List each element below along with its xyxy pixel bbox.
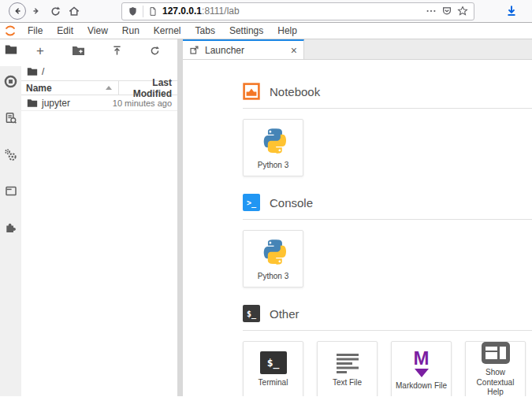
file-browser-panel: + / Name Last Modifie [21, 39, 177, 396]
reload-button[interactable] [46, 2, 65, 20]
section-divider [243, 330, 532, 331]
section-title: Notebook [270, 85, 320, 98]
back-icon [9, 2, 26, 20]
launcher-card-terminal[interactable]: $_ Terminal [243, 341, 303, 396]
tab-close-icon[interactable]: × [291, 45, 297, 56]
back-button[interactable] [8, 2, 27, 20]
open-tabs-icon[interactable] [5, 185, 17, 197]
folder-icon [27, 98, 38, 108]
new-launcher-button[interactable]: + [32, 43, 48, 59]
section-divider [243, 219, 532, 220]
launcher-section-console: >_ Console Python 3 [243, 193, 532, 288]
card-label: Python 3 [256, 272, 290, 282]
page-actions-icon[interactable] [426, 6, 437, 17]
plus-icon: + [36, 44, 44, 58]
python-logo [258, 125, 289, 157]
activity-bar-items [0, 66, 21, 396]
dock-tab-bar: Launcher × [183, 39, 532, 60]
card-label: Show Contextual Help [466, 368, 525, 396]
name-column-label: Name [26, 83, 52, 94]
tab-launcher[interactable]: Launcher × [183, 39, 304, 59]
upload-icon [111, 45, 123, 57]
urlbar-separator [143, 6, 143, 17]
card-label: Python 3 [256, 161, 290, 171]
launcher-card-console-python3[interactable]: Python 3 [243, 230, 303, 288]
launcher-icon [189, 45, 199, 55]
url-bar[interactable]: 127.0.0.1:8111/lab [121, 2, 474, 20]
extension-manager-icon[interactable] [4, 221, 17, 234]
menu-tabs[interactable]: Tabs [188, 25, 222, 36]
folder-icon [5, 44, 17, 55]
contextual-help-icon [482, 342, 510, 364]
new-folder-button[interactable] [71, 43, 87, 59]
console-icon: >_ [243, 194, 260, 211]
page-icon [148, 6, 158, 17]
launcher-section-notebook: Notebook Python 3 [243, 82, 532, 176]
launcher-card-text-file[interactable]: Text File [317, 341, 378, 396]
notebook-icon [243, 83, 260, 100]
card-label: Terminal [257, 378, 290, 388]
sort-ascending-icon [106, 86, 112, 90]
file-row-jupyter[interactable]: jupyter 10 minutes ago [21, 95, 177, 111]
folder-icon [27, 67, 38, 76]
menu-settings[interactable]: Settings [222, 25, 270, 36]
browser-toolbar: 127.0.0.1:8111/lab [0, 0, 532, 23]
launcher-card-show-contextual-help[interactable]: Show Contextual Help [465, 341, 526, 396]
download-icon [505, 5, 518, 17]
column-header-name[interactable]: Name [21, 81, 119, 95]
forward-icon [31, 6, 42, 17]
new-folder-icon [72, 45, 85, 57]
downloads-button[interactable] [502, 2, 521, 20]
markdown-icon: M [414, 349, 430, 377]
markdown-down-arrow [415, 369, 429, 377]
card-label: Text File [331, 378, 363, 388]
sidebar-item-file-browser[interactable] [0, 39, 21, 66]
menu-kernel[interactable]: Kernel [147, 25, 188, 36]
forward-button[interactable] [27, 2, 46, 20]
tab-label: Launcher [205, 45, 285, 56]
terminal-icon: $_ [260, 351, 287, 374]
upload-button[interactable] [109, 43, 125, 59]
home-button[interactable] [65, 2, 84, 20]
launcher-card-markdown-file[interactable]: M Markdown File [391, 341, 452, 396]
url-path: :8111/lab [202, 6, 240, 17]
launcher-card-notebook-python3[interactable]: Python 3 [243, 119, 303, 176]
browser-window: 127.0.0.1:8111/lab File Edit View Run Ke… [0, 0, 532, 397]
panel-resize-handle[interactable] [177, 39, 183, 396]
jupyterlab-menubar: File Edit View Run Kernel Tabs Settings … [0, 23, 532, 39]
card-label: Markdown File [394, 381, 448, 391]
tracking-shield-icon [128, 6, 138, 17]
section-divider [243, 108, 532, 109]
card-row: $_ Terminal Text File [243, 341, 532, 396]
section-header: Notebook [243, 82, 532, 101]
home-icon [68, 5, 80, 17]
breadcrumb-root[interactable]: / [42, 66, 44, 77]
main-dock-panel: Launcher × Notebook [183, 39, 532, 396]
menu-edit[interactable]: Edit [50, 25, 80, 36]
refresh-icon [149, 45, 161, 57]
activity-bar [0, 39, 21, 396]
text-file-icon [335, 352, 360, 374]
bookmark-star-icon[interactable] [457, 6, 468, 17]
markdown-m-letter: M [414, 349, 430, 368]
section-title: Console [270, 196, 313, 210]
url-host: 127.0.0.1 [162, 6, 202, 17]
section-title: Other [270, 307, 299, 321]
command-palette-icon[interactable] [5, 112, 17, 124]
menu-help[interactable]: Help [270, 25, 304, 36]
card-row: Python 3 [243, 119, 532, 176]
section-header: $_ Other [243, 304, 532, 323]
menu-file[interactable]: File [20, 25, 50, 36]
pocket-icon[interactable] [441, 6, 452, 17]
property-inspector-icon[interactable] [4, 148, 17, 161]
file-list-header: Name Last Modified [21, 80, 177, 95]
menu-run[interactable]: Run [115, 25, 147, 36]
menu-view[interactable]: View [80, 25, 115, 36]
jupyter-logo [3, 24, 17, 38]
reload-icon [50, 6, 61, 17]
running-sessions-icon[interactable] [4, 75, 17, 88]
url-text: 127.0.0.1:8111/lab [162, 6, 421, 17]
file-last-modified: 10 minutes ago [113, 98, 172, 108]
file-name: jupyter [42, 98, 109, 109]
refresh-button[interactable] [147, 43, 163, 59]
